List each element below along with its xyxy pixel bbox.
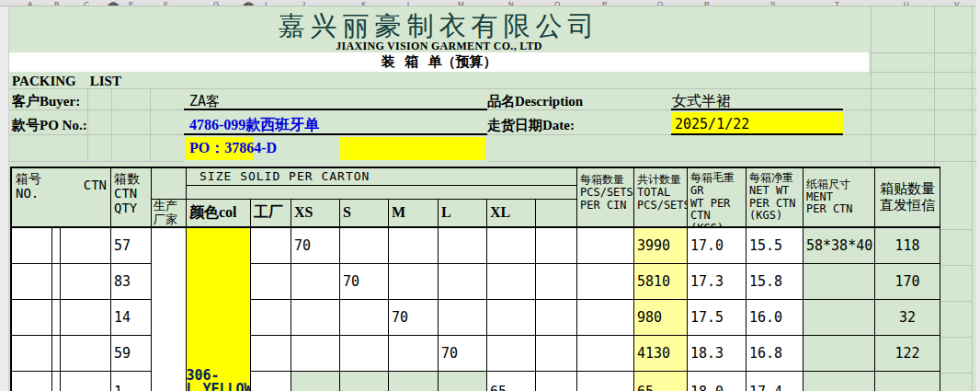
table-cell-blank[interactable]	[536, 228, 577, 264]
table-cell-m[interactable]	[389, 336, 439, 372]
table-cell-measurement[interactable]	[803, 264, 875, 300]
table-cell-xl[interactable]	[487, 300, 536, 336]
column-letter[interactable]: ◀▶	[243, 0, 254, 6]
header-size-l[interactable]: L	[439, 200, 487, 228]
table-cell-m[interactable]: 70	[389, 300, 439, 336]
table-cell-xs[interactable]	[291, 264, 340, 300]
column-letter[interactable]: A	[28, 0, 32, 6]
column-letter[interactable]: I	[265, 0, 267, 6]
table-cell-ctn_qty[interactable]: 14	[111, 300, 152, 336]
table-cell-l[interactable]	[439, 372, 487, 391]
column-letter[interactable]: U	[904, 0, 909, 6]
table-cell-total[interactable]: 980	[634, 300, 688, 336]
table-cell-factory[interactable]	[251, 264, 291, 300]
table-cell-carton-no[interactable]	[61, 372, 111, 391]
table-cell-xl[interactable]	[487, 228, 536, 264]
table-cell-ctn_qty[interactable]: 57	[111, 228, 152, 264]
column-letter[interactable]: T	[835, 0, 839, 6]
table-cell-xl[interactable]	[487, 336, 536, 372]
table-cell-carton-no[interactable]	[12, 372, 52, 391]
table-cell-s[interactable]	[340, 372, 389, 391]
column-letter[interactable]: R	[704, 0, 710, 6]
header-size-m[interactable]: M	[389, 200, 439, 228]
table-cell-m[interactable]	[389, 264, 439, 300]
header-factory-empty[interactable]	[152, 168, 187, 200]
table-cell-factory[interactable]	[251, 228, 291, 264]
header-size-xs[interactable]: XS	[291, 200, 340, 228]
header-color[interactable]: 颜色col	[187, 200, 251, 228]
header-gross-weight[interactable]: 每箱毛重GR WT PER CTN (KGS)	[688, 168, 746, 228]
table-cell-carton-no[interactable]	[52, 336, 61, 372]
table-cell-total[interactable]: 5810	[634, 264, 688, 300]
table-cell-ctn_qty[interactable]: 59	[111, 336, 152, 372]
column-letter[interactable]: V	[954, 0, 959, 6]
header-net-weight[interactable]: 每箱净重 NET WT PER CTN (KGS)	[746, 168, 803, 228]
table-cell-gross[interactable]: 17.0	[688, 228, 746, 264]
table-cell-xs[interactable]	[291, 300, 340, 336]
column-letter[interactable]: N	[508, 0, 514, 6]
column-letter[interactable]: E	[129, 0, 133, 6]
table-cell-net[interactable]: 16.8	[746, 336, 803, 372]
table-cell-measurement[interactable]: 58*38*40	[803, 228, 875, 264]
column-letter[interactable]: C	[84, 0, 89, 6]
table-cell-l[interactable]	[439, 264, 487, 300]
table-cell-s[interactable]	[340, 228, 389, 264]
table-cell-gross[interactable]: 17.3	[688, 264, 746, 300]
table-cell-ctn_qty[interactable]: 1	[111, 372, 152, 391]
table-cell-gross[interactable]: 18.0	[688, 372, 746, 391]
table-cell-xl[interactable]: 65	[487, 372, 536, 391]
table-cell-l[interactable]	[439, 300, 487, 336]
table-cell-gross[interactable]: 18.3	[688, 336, 746, 372]
empty-highlight-cell[interactable]	[340, 137, 485, 160]
table-cell-net[interactable]: 15.8	[746, 264, 803, 300]
column-letter[interactable]: G	[213, 0, 219, 6]
header-ctn-qty[interactable]: 箱数 CTN QTY	[111, 168, 152, 228]
header-carton-no[interactable]: 箱号 NO.CTN	[12, 168, 111, 228]
table-cell-measurement[interactable]	[803, 336, 875, 372]
header-label-qty[interactable]: 箱贴数量 直发恒信	[875, 168, 940, 228]
table-cell-carton-no[interactable]	[61, 264, 111, 300]
color-merged-cell[interactable]: 306- L.YELLOW	[187, 228, 251, 391]
header-size-empty-row[interactable]	[187, 186, 577, 200]
column-header-strip[interactable]: ABC◀▶EFG◀▶IJKLMNOPQRSTUV	[0, 0, 980, 6]
table-cell-blank[interactable]	[536, 264, 577, 300]
table-cell-carton-no[interactable]	[12, 300, 52, 336]
table-cell-s[interactable]	[340, 336, 389, 372]
table-cell-label_qty[interactable]: 32	[875, 300, 940, 336]
table-cell-carton-no[interactable]	[12, 264, 52, 300]
table-cell-gross[interactable]: 17.5	[688, 300, 746, 336]
table-cell-per_box[interactable]	[577, 264, 634, 300]
column-letter[interactable]: J	[302, 0, 305, 6]
table-cell-net[interactable]: 17.4	[746, 372, 803, 391]
table-cell-carton-no[interactable]	[52, 300, 61, 336]
table-cell-per_box[interactable]	[577, 372, 634, 391]
header-blank[interactable]	[536, 200, 577, 228]
table-cell-label_qty[interactable]: 122	[875, 336, 940, 372]
table-cell-carton-no[interactable]	[52, 264, 61, 300]
table-cell-factory[interactable]	[251, 300, 291, 336]
table-cell-carton-no[interactable]	[12, 228, 52, 264]
table-cell-factory[interactable]	[251, 336, 291, 372]
header-size-s[interactable]: S	[340, 200, 389, 228]
header-size-solid[interactable]: SIZE SOLID PER CARTON	[187, 168, 577, 186]
table-cell-carton-no[interactable]	[61, 228, 111, 264]
column-letter[interactable]: O	[554, 0, 560, 6]
table-cell-blank[interactable]	[536, 336, 577, 372]
column-letter[interactable]: P	[602, 0, 607, 6]
table-cell-per_box[interactable]	[577, 336, 634, 372]
table-cell-m[interactable]	[389, 228, 439, 264]
column-letter[interactable]: K	[361, 0, 366, 6]
header-per-box[interactable]: 每箱数量 PCS/SETS/ PER CIN	[577, 168, 634, 228]
column-letter[interactable]: S	[770, 0, 775, 6]
table-cell-label_qty[interactable]	[875, 372, 940, 391]
table-cell-label_qty[interactable]: 118	[875, 228, 940, 264]
table-cell-m[interactable]	[389, 372, 439, 391]
table-cell-l[interactable]	[439, 228, 487, 264]
column-letter[interactable]: M	[458, 0, 464, 6]
table-cell-factory[interactable]	[251, 372, 291, 391]
table-cell-s[interactable]: 70	[340, 264, 389, 300]
table-cell-per_box[interactable]	[577, 228, 634, 264]
table-cell-blank[interactable]	[536, 300, 577, 336]
table-cell-measurement[interactable]	[803, 372, 875, 391]
table-cell-total[interactable]: 3990	[634, 228, 688, 264]
